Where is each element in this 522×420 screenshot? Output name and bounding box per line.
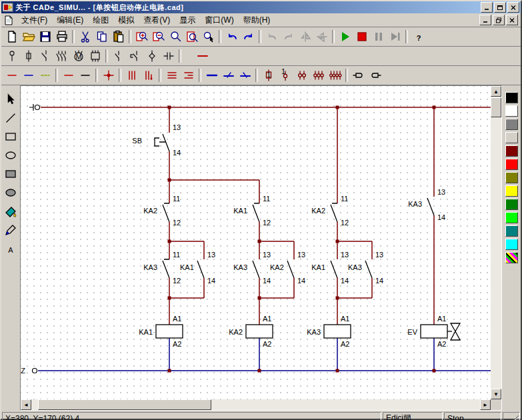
motor-button[interactable]: M — [70, 48, 87, 64]
window-close-button[interactable] — [507, 2, 519, 13]
color-swatch-dark-red[interactable] — [505, 145, 518, 157]
resize-grip[interactable] — [503, 412, 520, 420]
color-swatch-dark-green[interactable] — [505, 199, 518, 210]
draw-filled-ellipse-button[interactable] — [2, 184, 19, 201]
bus-3-horizontal-button[interactable] — [163, 67, 180, 83]
contact-coil-button[interactable] — [127, 48, 143, 64]
rotate-right-button[interactable] — [280, 29, 297, 45]
scroll-up-button[interactable]: ▲ — [491, 86, 501, 97]
fuse-button[interactable] — [20, 48, 37, 64]
line-black-button[interactable] — [77, 67, 93, 83]
bus-horizontal-taps-button[interactable] — [180, 67, 197, 83]
color-swatch-green[interactable] — [505, 212, 518, 223]
wire-blue-fall-button[interactable] — [237, 67, 253, 83]
terminal-numbered-button[interactable]: 1 — [260, 67, 277, 83]
select-button[interactable] — [2, 91, 19, 108]
distributor-4-button[interactable] — [327, 67, 343, 83]
redo-button[interactable] — [240, 29, 257, 45]
cut-button[interactable] — [77, 29, 93, 45]
scroll-left-button[interactable]: ◄ — [21, 399, 31, 410]
line-blue-button[interactable] — [20, 67, 37, 83]
window-minimize-button[interactable] — [481, 2, 493, 13]
menu-item-2[interactable]: 编辑(E) — [52, 13, 88, 27]
menu-item-1[interactable]: 文件(F) — [17, 13, 52, 27]
color-swatch-yellow[interactable] — [505, 185, 518, 197]
horizontal-scrollbar[interactable]: ◄ ► — [21, 399, 491, 410]
zoom-page-button[interactable] — [183, 29, 200, 45]
draw-line-button[interactable] — [2, 109, 19, 127]
wire-blue-straight-button[interactable] — [203, 67, 220, 83]
menu-item-5[interactable]: 查看(V) — [139, 13, 175, 27]
plc-block-button[interactable] — [87, 48, 103, 64]
drawing-canvas[interactable]: Z — [21, 86, 491, 399]
zoom-button[interactable] — [167, 29, 183, 45]
line-red-button[interactable] — [3, 67, 20, 83]
three-phase-contact-button[interactable] — [53, 48, 70, 64]
rotate-left-button[interactable] — [263, 29, 280, 45]
menu-item-4[interactable]: 模拟 — [113, 13, 139, 27]
line-red2-button[interactable] — [60, 67, 77, 83]
wire-blue-rise-button[interactable] — [220, 67, 237, 83]
zoom-out-button[interactable] — [150, 29, 167, 45]
bus-3-vertical-button[interactable] — [123, 67, 140, 83]
color-swatch-gray[interactable] — [505, 119, 518, 130]
capacitor-button[interactable] — [160, 48, 177, 64]
document-icon[interactable] — [3, 15, 14, 25]
child-restore-button[interactable] — [493, 15, 505, 25]
eyedropper-button[interactable] — [2, 221, 19, 239]
simulate-play-button[interactable] — [337, 29, 353, 45]
draw-rectangle-button[interactable] — [2, 128, 19, 145]
color-swatch-white[interactable] — [505, 105, 518, 117]
vertical-scroll-thumb[interactable] — [491, 97, 501, 117]
menu-item-6[interactable]: 显示 — [175, 13, 200, 27]
horizontal-scroll-thumb[interactable] — [38, 399, 211, 410]
node-junction-button[interactable] — [100, 67, 117, 83]
child-close-button[interactable] — [506, 15, 518, 25]
simulate-stop-button[interactable] — [353, 29, 370, 45]
terminal-button[interactable] — [3, 48, 20, 64]
simulate-step-button[interactable] — [387, 29, 403, 45]
undo-button[interactable] — [223, 29, 240, 45]
menu-item-3[interactable]: 绘图 — [88, 13, 113, 27]
line-green-dashed-button[interactable] — [37, 67, 53, 83]
color-swatch-cyan[interactable] — [505, 239, 518, 250]
menu-item-8[interactable]: 帮助(H) — [239, 13, 275, 27]
distributor-1-button[interactable]: 1 — [277, 67, 293, 83]
bus-vertical-taps-button[interactable] — [140, 67, 157, 83]
menu-item-7[interactable]: 窗口(W) — [200, 13, 238, 27]
color-swatch-black[interactable] — [505, 92, 518, 103]
draw-filled-rectangle-button[interactable] — [2, 165, 19, 183]
color-swatch-teal[interactable] — [505, 225, 518, 237]
distributor-3-button[interactable] — [310, 67, 327, 83]
save-button[interactable] — [37, 29, 53, 45]
color-swatch-custom-rainbow[interactable] — [505, 252, 518, 263]
color-swatch-olive[interactable] — [505, 172, 518, 183]
zoom-in-button[interactable] — [133, 29, 150, 45]
flip-vertical-button[interactable] — [313, 29, 330, 45]
zoom-select-button[interactable] — [200, 29, 217, 45]
child-minimize-button[interactable] — [479, 15, 491, 25]
color-swatch-none[interactable] — [505, 132, 518, 143]
distributor-2-button[interactable] — [293, 67, 310, 83]
contact-button[interactable] — [37, 48, 53, 64]
window-maximize-button[interactable] — [494, 2, 506, 13]
scroll-down-button[interactable]: ▼ — [491, 389, 501, 399]
print-button[interactable] — [53, 29, 70, 45]
flip-horizontal-button[interactable] — [297, 29, 313, 45]
new-button[interactable] — [3, 29, 20, 45]
copy-button[interactable] — [93, 29, 110, 45]
fill-bucket-button[interactable] — [2, 203, 19, 220]
connector-out-button[interactable] — [350, 67, 367, 83]
paste-button[interactable] — [110, 29, 127, 45]
vertical-scrollbar[interactable]: ▲ ▼ — [491, 86, 501, 399]
contact-no-button[interactable] — [110, 48, 127, 64]
connector-in-button[interactable] — [367, 67, 383, 83]
color-swatch-red[interactable] — [505, 159, 518, 170]
help-button[interactable]: ? — [410, 29, 427, 45]
simulate-pause-button[interactable] — [370, 29, 387, 45]
text-tool-button[interactable]: A — [2, 240, 19, 257]
open-button[interactable] — [20, 29, 37, 45]
valve-diamond-button[interactable] — [143, 48, 160, 64]
scroll-right-button[interactable]: ► — [480, 399, 491, 410]
draw-ellipse-button[interactable] — [2, 147, 19, 164]
